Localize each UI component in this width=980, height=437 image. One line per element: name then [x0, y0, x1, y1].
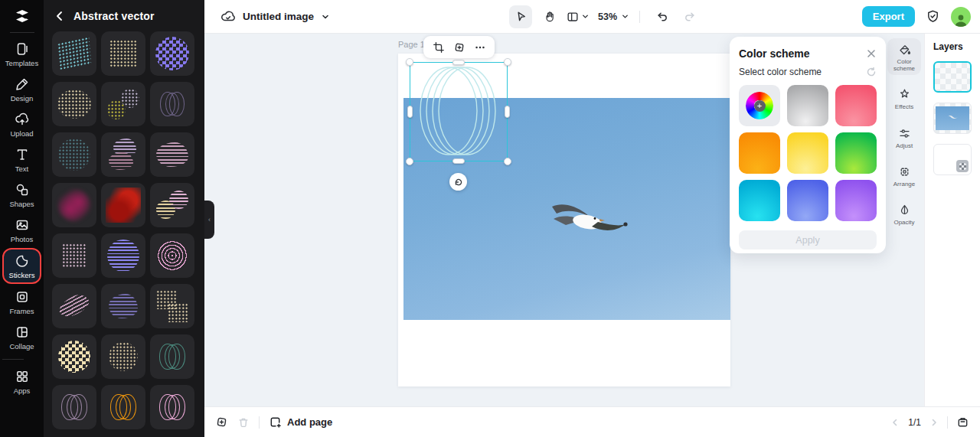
sidebar-item-text[interactable]: Text [2, 142, 41, 177]
color-swatch-cyan[interactable] [739, 180, 780, 221]
resize-handle-w[interactable] [407, 106, 413, 118]
apps-icon [15, 369, 30, 384]
sticker-thumb-purple-striped-blobs[interactable] [101, 284, 145, 328]
hand-tool-button[interactable] [537, 5, 560, 28]
color-scheme-icon [898, 43, 911, 56]
sticker-thumb-orange-outline-rings[interactable] [101, 385, 145, 429]
chevron-down-icon[interactable] [321, 12, 330, 21]
color-swatch-gray[interactable] [787, 85, 828, 126]
sticker-thumb-pink-striped-blobs[interactable] [150, 132, 194, 177]
sticker-thumb-mauve-swirl[interactable] [52, 284, 96, 328]
add-page-button[interactable]: Add page [269, 416, 332, 429]
right-tool-color-scheme[interactable]: Color scheme [887, 38, 921, 75]
sidebar-item-upload[interactable]: Upload [2, 107, 41, 142]
sticker-thumb-cream-checker-sphere[interactable] [52, 334, 96, 379]
sidebar-item-photos[interactable]: Photos [2, 213, 41, 247]
sidebar-item-stickers[interactable]: Stickers [2, 248, 41, 284]
color-swatch-pink[interactable] [835, 85, 877, 126]
capcut-logo-icon[interactable] [12, 6, 32, 26]
document-title[interactable]: Untitled image [243, 11, 314, 22]
duplicate-button[interactable] [453, 41, 466, 54]
prev-page-icon[interactable] [890, 418, 900, 427]
color-swatch-orange[interactable] [739, 132, 780, 174]
sidebar-item-collage[interactable]: Collage [2, 320, 41, 354]
resize-handle-nw[interactable] [406, 58, 413, 66]
resize-handle-se[interactable] [504, 158, 511, 165]
color-swatch-purple[interactable] [835, 180, 877, 221]
sidebar-item-templates[interactable]: Templates [2, 37, 41, 71]
apply-button[interactable]: Apply [739, 230, 877, 249]
resize-handle-ne[interactable] [504, 58, 511, 66]
undo-button[interactable] [650, 5, 673, 28]
sticker-art [56, 291, 92, 321]
templates-icon [15, 41, 30, 57]
layer-thumb-sticker-layer[interactable] [933, 61, 972, 93]
sidebar-item-apps[interactable]: Apps [2, 364, 41, 399]
sticker-thumb-pink-halftone-square[interactable] [52, 233, 96, 278]
right-tool-adjust[interactable]: Adjust [887, 122, 921, 152]
rotate-handle[interactable] [449, 173, 467, 191]
sticker-thumb-teal-dot-sphere[interactable] [52, 132, 96, 177]
sticker-thumb-yellow-lavender-circles[interactable] [101, 82, 145, 126]
sticker-thumb-pink-outline-rings[interactable] [150, 385, 194, 429]
right-tool-opacity[interactable]: Opacity [887, 199, 921, 229]
sidebar-item-shapes[interactable]: Shapes [2, 178, 41, 212]
sticker-thumb-periwinkle-striped-circle[interactable] [101, 233, 145, 278]
panel-collapse-handle[interactable]: ‹ [204, 201, 214, 239]
right-tool-effects[interactable]: Effects [887, 83, 921, 113]
sticker-thumb-cream-dot-grid[interactable] [101, 31, 145, 76]
sticker-thumb-violet-wire-rings[interactable] [150, 82, 194, 126]
right-toolbar: Color schemeEffectsAdjustArrangeOpacity [886, 38, 923, 229]
right-tool-arrange[interactable]: Arrange [887, 161, 921, 191]
sticker-thumb-mauve-outline-rings[interactable] [52, 385, 96, 429]
layer-thumb-image-layer[interactable] [933, 103, 972, 134]
sidebar-item-design[interactable]: Design [2, 72, 41, 106]
sticker-thumb-pink-concentric-rings[interactable] [150, 233, 194, 278]
sticker-thumb-teal-halftone-wave[interactable] [52, 31, 96, 76]
shield-check-icon[interactable] [926, 9, 940, 24]
close-icon[interactable] [866, 48, 877, 59]
sidebar-item-frames[interactable]: Frames [2, 285, 41, 319]
resize-handle-e[interactable] [505, 106, 510, 118]
selected-sticker[interactable] [410, 62, 508, 161]
sticker-thumb-red-gradient-circles[interactable] [101, 183, 145, 227]
color-swatch-yellow[interactable] [787, 132, 828, 174]
zoom-level-dropdown[interactable]: 53% [598, 11, 629, 22]
color-swatch-blue[interactable] [787, 180, 828, 221]
export-button[interactable]: Export [862, 6, 915, 27]
sticker-thumb-cream-pink-striped-circles[interactable] [150, 183, 194, 227]
next-page-icon[interactable] [929, 418, 939, 427]
design-icon [15, 77, 30, 92]
pages-panel-icon[interactable] [956, 416, 969, 429]
custom-color-swatch[interactable]: + [739, 85, 780, 126]
selection-toolbar [423, 36, 495, 58]
more-options-button[interactable] [474, 41, 486, 54]
sidebar-divider [10, 32, 34, 33]
canvas-workspace[interactable]: ‹ Page 1 [204, 34, 924, 406]
sticker-thumb-teal-outline-rings[interactable] [150, 334, 194, 379]
sticker-thumb-cream-halftone-blob[interactable] [52, 82, 96, 126]
resize-handle-sw[interactable] [406, 158, 413, 165]
reset-icon[interactable] [866, 67, 877, 77]
sticker-thumb-cream-dot-burst[interactable] [101, 334, 145, 379]
delete-page-button[interactable] [237, 416, 250, 429]
color-panel-title: Color scheme [739, 47, 810, 60]
select-tool-button[interactable] [509, 5, 532, 28]
stickers-icon [15, 253, 30, 269]
user-avatar[interactable] [951, 7, 971, 27]
resize-handle-n[interactable] [452, 60, 465, 65]
back-icon[interactable] [54, 10, 66, 22]
sticker-thumb-purple-checker-sphere[interactable] [150, 31, 194, 76]
duplicate-page-button[interactable] [215, 416, 228, 429]
sticker-thumb-mauve-layered-ellipses[interactable] [101, 132, 145, 177]
redo-button[interactable] [678, 5, 701, 28]
photos-icon [15, 217, 30, 233]
stickers-panel: Abstract vector [44, 0, 204, 437]
canvas-size-dropdown[interactable] [566, 10, 590, 24]
layer-thumb-background-layer[interactable] [933, 144, 972, 175]
resize-handle-s[interactable] [452, 158, 465, 164]
color-swatch-green[interactable] [835, 132, 877, 174]
crop-button[interactable] [433, 41, 445, 54]
sticker-thumb-magenta-mesh-blobs[interactable] [52, 183, 96, 227]
sticker-thumb-cream-dot-squares[interactable] [150, 284, 194, 328]
